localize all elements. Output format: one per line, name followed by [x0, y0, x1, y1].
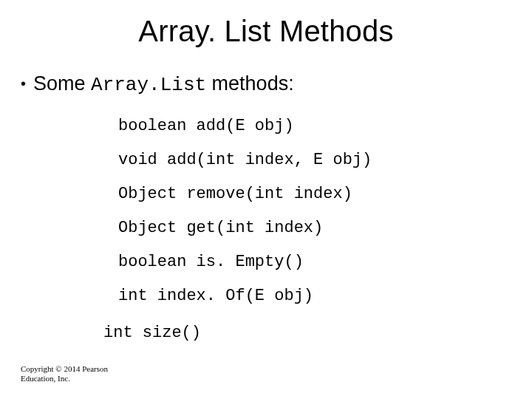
slide-title: Array. List Methods — [0, 15, 532, 48]
method-item: void add(int index, E obj) — [118, 152, 372, 168]
methods-list: boolean add(E obj) void add(int index, E… — [118, 118, 372, 322]
bullet-code: Array.List — [91, 74, 206, 96]
bullet-text: Some Array.List methods: — [33, 72, 294, 96]
method-item: boolean is. Empty() — [118, 254, 372, 270]
bullet-dot-icon: • — [21, 74, 26, 94]
bullet-line: • Some Array.List methods: — [21, 72, 294, 96]
method-item: int index. Of(E obj) — [118, 288, 372, 304]
method-item: int size() — [103, 324, 201, 342]
method-item: Object remove(int index) — [118, 186, 372, 202]
slide: Array. List Methods • Some Array.List me… — [0, 0, 532, 399]
copyright-line2: Education, Inc. — [21, 374, 70, 383]
copyright-line1: Copyright © 2014 Pearson — [21, 364, 108, 373]
copyright-text: Copyright © 2014 Pearson Education, Inc. — [21, 364, 108, 385]
method-item: Object get(int index) — [118, 220, 372, 236]
method-item: boolean add(E obj) — [118, 118, 372, 134]
bullet-suffix: methods: — [206, 72, 294, 95]
bullet-prefix: Some — [33, 72, 91, 95]
